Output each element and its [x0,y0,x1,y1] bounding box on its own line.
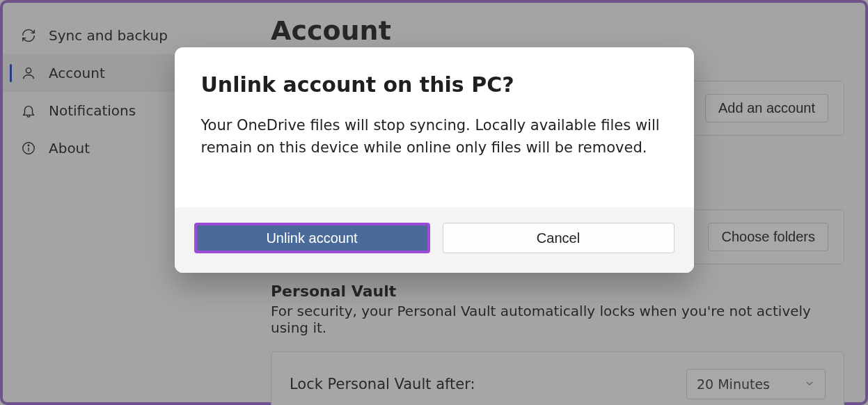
dialog-text: Your OneDrive files will stop syncing. L… [201,115,661,159]
dialog-buttons: Unlink account Cancel [175,207,694,273]
dialog-title: Unlink account on this PC? [201,72,668,97]
unlink-dialog: Unlink account on this PC? Your OneDrive… [175,47,694,273]
dialog-body: Unlink account on this PC? Your OneDrive… [175,47,694,207]
modal-overlay: Unlink account on this PC? Your OneDrive… [0,0,868,405]
unlink-account-button[interactable]: Unlink account [194,223,430,253]
cancel-button[interactable]: Cancel [443,223,674,253]
